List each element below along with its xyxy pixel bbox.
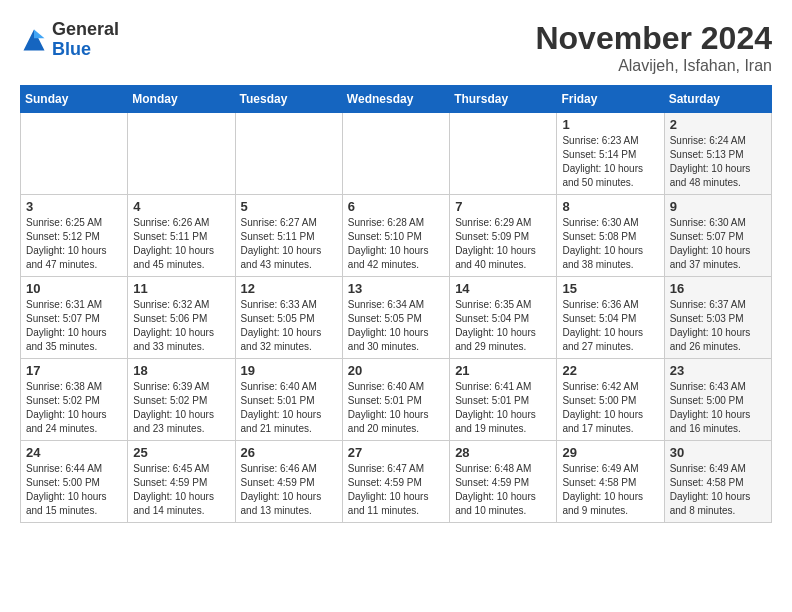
calendar-cell: 28Sunrise: 6:48 AM Sunset: 4:59 PM Dayli… — [450, 441, 557, 523]
day-number: 21 — [455, 363, 551, 378]
calendar-cell: 4Sunrise: 6:26 AM Sunset: 5:11 PM Daylig… — [128, 195, 235, 277]
day-number: 25 — [133, 445, 229, 460]
logo: General Blue — [20, 20, 119, 60]
day-number: 7 — [455, 199, 551, 214]
cell-info: Sunrise: 6:31 AM Sunset: 5:07 PM Dayligh… — [26, 298, 122, 354]
day-number: 2 — [670, 117, 766, 132]
day-number: 4 — [133, 199, 229, 214]
calendar-cell: 8Sunrise: 6:30 AM Sunset: 5:08 PM Daylig… — [557, 195, 664, 277]
day-number: 16 — [670, 281, 766, 296]
calendar-cell: 12Sunrise: 6:33 AM Sunset: 5:05 PM Dayli… — [235, 277, 342, 359]
day-number: 10 — [26, 281, 122, 296]
day-number: 24 — [26, 445, 122, 460]
cell-info: Sunrise: 6:28 AM Sunset: 5:10 PM Dayligh… — [348, 216, 444, 272]
day-number: 28 — [455, 445, 551, 460]
calendar-cell: 27Sunrise: 6:47 AM Sunset: 4:59 PM Dayli… — [342, 441, 449, 523]
weekday-header-row: SundayMondayTuesdayWednesdayThursdayFrid… — [21, 86, 772, 113]
day-number: 14 — [455, 281, 551, 296]
cell-info: Sunrise: 6:23 AM Sunset: 5:14 PM Dayligh… — [562, 134, 658, 190]
title-block: November 2024 Alavijeh, Isfahan, Iran — [535, 20, 772, 75]
day-number: 1 — [562, 117, 658, 132]
calendar-table: SundayMondayTuesdayWednesdayThursdayFrid… — [20, 85, 772, 523]
day-number: 3 — [26, 199, 122, 214]
cell-info: Sunrise: 6:29 AM Sunset: 5:09 PM Dayligh… — [455, 216, 551, 272]
calendar-cell: 13Sunrise: 6:34 AM Sunset: 5:05 PM Dayli… — [342, 277, 449, 359]
calendar-cell: 19Sunrise: 6:40 AM Sunset: 5:01 PM Dayli… — [235, 359, 342, 441]
day-number: 22 — [562, 363, 658, 378]
logo-icon — [20, 26, 48, 54]
weekday-header: Thursday — [450, 86, 557, 113]
calendar-cell: 20Sunrise: 6:40 AM Sunset: 5:01 PM Dayli… — [342, 359, 449, 441]
calendar-cell: 3Sunrise: 6:25 AM Sunset: 5:12 PM Daylig… — [21, 195, 128, 277]
day-number: 29 — [562, 445, 658, 460]
cell-info: Sunrise: 6:45 AM Sunset: 4:59 PM Dayligh… — [133, 462, 229, 518]
cell-info: Sunrise: 6:36 AM Sunset: 5:04 PM Dayligh… — [562, 298, 658, 354]
weekday-header: Wednesday — [342, 86, 449, 113]
calendar-cell: 9Sunrise: 6:30 AM Sunset: 5:07 PM Daylig… — [664, 195, 771, 277]
location: Alavijeh, Isfahan, Iran — [535, 57, 772, 75]
cell-info: Sunrise: 6:37 AM Sunset: 5:03 PM Dayligh… — [670, 298, 766, 354]
cell-info: Sunrise: 6:24 AM Sunset: 5:13 PM Dayligh… — [670, 134, 766, 190]
day-number: 26 — [241, 445, 337, 460]
cell-info: Sunrise: 6:40 AM Sunset: 5:01 PM Dayligh… — [348, 380, 444, 436]
calendar-week-row: 17Sunrise: 6:38 AM Sunset: 5:02 PM Dayli… — [21, 359, 772, 441]
calendar-cell: 5Sunrise: 6:27 AM Sunset: 5:11 PM Daylig… — [235, 195, 342, 277]
page-header: General Blue November 2024 Alavijeh, Isf… — [20, 20, 772, 75]
cell-info: Sunrise: 6:39 AM Sunset: 5:02 PM Dayligh… — [133, 380, 229, 436]
cell-info: Sunrise: 6:48 AM Sunset: 4:59 PM Dayligh… — [455, 462, 551, 518]
calendar-cell: 1Sunrise: 6:23 AM Sunset: 5:14 PM Daylig… — [557, 113, 664, 195]
day-number: 6 — [348, 199, 444, 214]
calendar-cell: 22Sunrise: 6:42 AM Sunset: 5:00 PM Dayli… — [557, 359, 664, 441]
calendar-cell: 26Sunrise: 6:46 AM Sunset: 4:59 PM Dayli… — [235, 441, 342, 523]
calendar-cell — [342, 113, 449, 195]
weekday-header: Friday — [557, 86, 664, 113]
calendar-cell: 15Sunrise: 6:36 AM Sunset: 5:04 PM Dayli… — [557, 277, 664, 359]
calendar-cell: 14Sunrise: 6:35 AM Sunset: 5:04 PM Dayli… — [450, 277, 557, 359]
calendar-cell: 25Sunrise: 6:45 AM Sunset: 4:59 PM Dayli… — [128, 441, 235, 523]
cell-info: Sunrise: 6:30 AM Sunset: 5:08 PM Dayligh… — [562, 216, 658, 272]
calendar-week-row: 1Sunrise: 6:23 AM Sunset: 5:14 PM Daylig… — [21, 113, 772, 195]
cell-info: Sunrise: 6:49 AM Sunset: 4:58 PM Dayligh… — [562, 462, 658, 518]
day-number: 5 — [241, 199, 337, 214]
calendar-cell — [128, 113, 235, 195]
calendar-cell: 6Sunrise: 6:28 AM Sunset: 5:10 PM Daylig… — [342, 195, 449, 277]
cell-info: Sunrise: 6:26 AM Sunset: 5:11 PM Dayligh… — [133, 216, 229, 272]
day-number: 18 — [133, 363, 229, 378]
calendar-cell — [235, 113, 342, 195]
svg-marker-1 — [34, 29, 45, 38]
calendar-cell: 18Sunrise: 6:39 AM Sunset: 5:02 PM Dayli… — [128, 359, 235, 441]
weekday-header: Sunday — [21, 86, 128, 113]
cell-info: Sunrise: 6:43 AM Sunset: 5:00 PM Dayligh… — [670, 380, 766, 436]
calendar-cell: 23Sunrise: 6:43 AM Sunset: 5:00 PM Dayli… — [664, 359, 771, 441]
cell-info: Sunrise: 6:30 AM Sunset: 5:07 PM Dayligh… — [670, 216, 766, 272]
day-number: 8 — [562, 199, 658, 214]
logo-text: General Blue — [52, 20, 119, 60]
cell-info: Sunrise: 6:47 AM Sunset: 4:59 PM Dayligh… — [348, 462, 444, 518]
cell-info: Sunrise: 6:32 AM Sunset: 5:06 PM Dayligh… — [133, 298, 229, 354]
calendar-cell: 30Sunrise: 6:49 AM Sunset: 4:58 PM Dayli… — [664, 441, 771, 523]
calendar-week-row: 24Sunrise: 6:44 AM Sunset: 5:00 PM Dayli… — [21, 441, 772, 523]
calendar-week-row: 3Sunrise: 6:25 AM Sunset: 5:12 PM Daylig… — [21, 195, 772, 277]
day-number: 17 — [26, 363, 122, 378]
calendar-cell: 10Sunrise: 6:31 AM Sunset: 5:07 PM Dayli… — [21, 277, 128, 359]
day-number: 19 — [241, 363, 337, 378]
cell-info: Sunrise: 6:44 AM Sunset: 5:00 PM Dayligh… — [26, 462, 122, 518]
cell-info: Sunrise: 6:27 AM Sunset: 5:11 PM Dayligh… — [241, 216, 337, 272]
logo-blue: Blue — [52, 39, 91, 59]
cell-info: Sunrise: 6:46 AM Sunset: 4:59 PM Dayligh… — [241, 462, 337, 518]
day-number: 15 — [562, 281, 658, 296]
cell-info: Sunrise: 6:33 AM Sunset: 5:05 PM Dayligh… — [241, 298, 337, 354]
day-number: 27 — [348, 445, 444, 460]
day-number: 11 — [133, 281, 229, 296]
calendar-cell — [21, 113, 128, 195]
day-number: 23 — [670, 363, 766, 378]
calendar-cell: 11Sunrise: 6:32 AM Sunset: 5:06 PM Dayli… — [128, 277, 235, 359]
calendar-cell: 21Sunrise: 6:41 AM Sunset: 5:01 PM Dayli… — [450, 359, 557, 441]
calendar-cell: 29Sunrise: 6:49 AM Sunset: 4:58 PM Dayli… — [557, 441, 664, 523]
cell-info: Sunrise: 6:49 AM Sunset: 4:58 PM Dayligh… — [670, 462, 766, 518]
calendar-cell: 17Sunrise: 6:38 AM Sunset: 5:02 PM Dayli… — [21, 359, 128, 441]
cell-info: Sunrise: 6:25 AM Sunset: 5:12 PM Dayligh… — [26, 216, 122, 272]
calendar-week-row: 10Sunrise: 6:31 AM Sunset: 5:07 PM Dayli… — [21, 277, 772, 359]
calendar-cell — [450, 113, 557, 195]
weekday-header: Saturday — [664, 86, 771, 113]
